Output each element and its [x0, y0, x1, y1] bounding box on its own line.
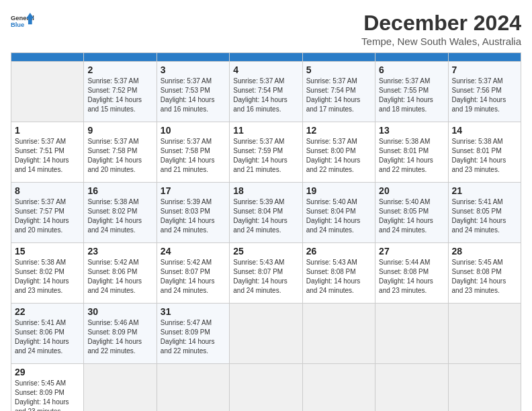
day-number: 9: [87, 125, 152, 136]
cell-info: Sunrise: 5:37 AMSunset: 7:55 PMDaylight:…: [379, 77, 444, 114]
calendar-cell: 17 Sunrise: 5:39 AMSunset: 8:03 PMDaylig…: [157, 183, 229, 243]
calendar-cell: [84, 364, 157, 412]
calendar-cell: 15 Sunrise: 5:38 AMSunset: 8:02 PMDaylig…: [11, 243, 84, 304]
cell-info: Sunrise: 5:37 AMSunset: 7:58 PMDaylight:…: [161, 137, 226, 175]
calendar-cell: 12 Sunrise: 5:37 AMSunset: 8:00 PMDaylig…: [302, 122, 375, 183]
header-sunday: [11, 53, 84, 62]
calendar-week-row: 22 Sunrise: 5:41 AMSunset: 8:06 PMDaylig…: [11, 304, 521, 364]
calendar-week-row: 2 Sunrise: 5:37 AMSunset: 7:52 PMDayligh…: [11, 62, 521, 122]
cell-info: Sunrise: 5:45 AMSunset: 8:09 PMDaylight:…: [15, 379, 80, 411]
day-number: 10: [161, 125, 226, 136]
cell-info: Sunrise: 5:38 AMSunset: 8:02 PMDaylight:…: [87, 197, 152, 235]
calendar-cell: 23 Sunrise: 5:42 AMSunset: 8:06 PMDaylig…: [84, 243, 157, 304]
calendar-cell: 1 Sunrise: 5:37 AMSunset: 7:51 PMDayligh…: [11, 122, 84, 183]
calendar-cell: [448, 364, 521, 412]
calendar-cell: 18 Sunrise: 5:39 AMSunset: 8:04 PMDaylig…: [230, 183, 302, 243]
cell-info: Sunrise: 5:37 AMSunset: 8:00 PMDaylight:…: [306, 137, 371, 175]
day-number: 30: [87, 306, 152, 317]
calendar-cell: 8 Sunrise: 5:37 AMSunset: 7:57 PMDayligh…: [11, 183, 84, 243]
calendar-cell: [11, 62, 84, 122]
svg-marker-2: [26, 13, 34, 24]
logo: General Blue: [11, 11, 35, 35]
calendar-cell: 14 Sunrise: 5:38 AMSunset: 8:01 PMDaylig…: [448, 122, 521, 183]
month-title: December 2024: [361, 11, 521, 36]
day-number: 18: [233, 185, 298, 196]
title-area: December 2024 Tempe, New South Wales, Au…: [361, 11, 521, 47]
header-tuesday: [157, 53, 229, 62]
cell-info: Sunrise: 5:40 AMSunset: 8:05 PMDaylight:…: [379, 197, 444, 235]
calendar-cell: [230, 304, 302, 364]
day-number: 4: [233, 64, 298, 75]
calendar-cell: 4 Sunrise: 5:37 AMSunset: 7:54 PMDayligh…: [230, 62, 302, 122]
day-number: 31: [161, 306, 226, 317]
page-header: General Blue December 2024 Tempe, New So…: [11, 11, 521, 47]
calendar-cell: 16 Sunrise: 5:38 AMSunset: 8:02 PMDaylig…: [84, 183, 157, 243]
cell-info: Sunrise: 5:44 AMSunset: 8:08 PMDaylight:…: [379, 258, 444, 295]
cell-info: Sunrise: 5:37 AMSunset: 7:54 PMDaylight:…: [306, 77, 371, 114]
cell-info: Sunrise: 5:37 AMSunset: 7:51 PMDaylight:…: [15, 137, 80, 175]
cell-info: Sunrise: 5:37 AMSunset: 7:56 PMDaylight:…: [452, 77, 517, 114]
day-number: 20: [379, 185, 444, 196]
cell-info: Sunrise: 5:42 AMSunset: 8:07 PMDaylight:…: [161, 258, 226, 295]
cell-info: Sunrise: 5:40 AMSunset: 8:04 PMDaylight:…: [306, 197, 371, 235]
calendar-cell: 21 Sunrise: 5:41 AMSunset: 8:05 PMDaylig…: [448, 183, 521, 243]
cell-info: Sunrise: 5:47 AMSunset: 8:09 PMDaylight:…: [161, 318, 226, 356]
calendar-cell: 10 Sunrise: 5:37 AMSunset: 7:58 PMDaylig…: [157, 122, 229, 183]
cell-info: Sunrise: 5:39 AMSunset: 8:03 PMDaylight:…: [161, 197, 226, 235]
day-number: 17: [161, 185, 226, 196]
day-number: 2: [87, 64, 152, 75]
cell-info: Sunrise: 5:39 AMSunset: 8:04 PMDaylight:…: [233, 197, 298, 235]
calendar-cell: 13 Sunrise: 5:38 AMSunset: 8:01 PMDaylig…: [375, 122, 448, 183]
day-number: 5: [306, 64, 371, 75]
svg-text:Blue: Blue: [11, 21, 24, 28]
day-number: 1: [15, 125, 80, 136]
day-number: 22: [15, 306, 80, 317]
calendar-cell: 30 Sunrise: 5:46 AMSunset: 8:09 PMDaylig…: [84, 304, 157, 364]
calendar-cell: [302, 364, 375, 412]
calendar-cell: 7 Sunrise: 5:37 AMSunset: 7:56 PMDayligh…: [448, 62, 521, 122]
day-number: 21: [452, 185, 517, 196]
cell-info: Sunrise: 5:37 AMSunset: 7:59 PMDaylight:…: [233, 137, 298, 175]
calendar-cell: 2 Sunrise: 5:37 AMSunset: 7:52 PMDayligh…: [84, 62, 157, 122]
day-number: 15: [15, 246, 80, 257]
header-thursday: [302, 53, 375, 62]
calendar-table: 2 Sunrise: 5:37 AMSunset: 7:52 PMDayligh…: [11, 52, 521, 411]
day-number: 26: [306, 246, 371, 257]
day-number: 29: [15, 367, 80, 377]
cell-info: Sunrise: 5:37 AMSunset: 7:57 PMDaylight:…: [15, 197, 80, 235]
day-number: 12: [306, 125, 371, 136]
cell-info: Sunrise: 5:37 AMSunset: 7:52 PMDaylight:…: [87, 77, 152, 114]
calendar-week-row: 1 Sunrise: 5:37 AMSunset: 7:51 PMDayligh…: [11, 122, 521, 183]
calendar-week-row: 8 Sunrise: 5:37 AMSunset: 7:57 PMDayligh…: [11, 183, 521, 243]
calendar-cell: 26 Sunrise: 5:43 AMSunset: 8:08 PMDaylig…: [302, 243, 375, 304]
cell-info: Sunrise: 5:38 AMSunset: 8:01 PMDaylight:…: [379, 137, 444, 175]
day-number: 8: [15, 185, 80, 196]
calendar-cell: 6 Sunrise: 5:37 AMSunset: 7:55 PMDayligh…: [375, 62, 448, 122]
calendar-cell: 24 Sunrise: 5:42 AMSunset: 8:07 PMDaylig…: [157, 243, 229, 304]
day-number: 11: [233, 125, 298, 136]
cell-info: Sunrise: 5:45 AMSunset: 8:08 PMDaylight:…: [452, 258, 517, 295]
calendar-week-row: 15 Sunrise: 5:38 AMSunset: 8:02 PMDaylig…: [11, 243, 521, 304]
calendar-cell: 11 Sunrise: 5:37 AMSunset: 7:59 PMDaylig…: [230, 122, 302, 183]
cell-info: Sunrise: 5:43 AMSunset: 8:07 PMDaylight:…: [233, 258, 298, 295]
day-number: 3: [161, 64, 226, 75]
calendar-cell: [302, 304, 375, 364]
cell-info: Sunrise: 5:43 AMSunset: 8:08 PMDaylight:…: [306, 258, 371, 295]
day-number: 13: [379, 125, 444, 136]
header-friday: [375, 53, 448, 62]
calendar-cell: [375, 304, 448, 364]
day-number: 16: [87, 185, 152, 196]
cell-info: Sunrise: 5:38 AMSunset: 8:02 PMDaylight:…: [15, 258, 80, 295]
header-saturday: [448, 53, 521, 62]
calendar-cell: 29 Sunrise: 5:45 AMSunset: 8:09 PMDaylig…: [11, 364, 84, 412]
day-number: 27: [379, 246, 444, 257]
calendar-cell: [375, 364, 448, 412]
day-number: 19: [306, 185, 371, 196]
calendar-cell: 9 Sunrise: 5:37 AMSunset: 7:58 PMDayligh…: [84, 122, 157, 183]
day-number: 14: [452, 125, 517, 136]
cell-info: Sunrise: 5:37 AMSunset: 7:53 PMDaylight:…: [161, 77, 226, 114]
cell-info: Sunrise: 5:37 AMSunset: 7:58 PMDaylight:…: [87, 137, 152, 175]
cell-info: Sunrise: 5:46 AMSunset: 8:09 PMDaylight:…: [87, 318, 152, 356]
cell-info: Sunrise: 5:42 AMSunset: 8:06 PMDaylight:…: [87, 258, 152, 295]
calendar-cell: 25 Sunrise: 5:43 AMSunset: 8:07 PMDaylig…: [230, 243, 302, 304]
